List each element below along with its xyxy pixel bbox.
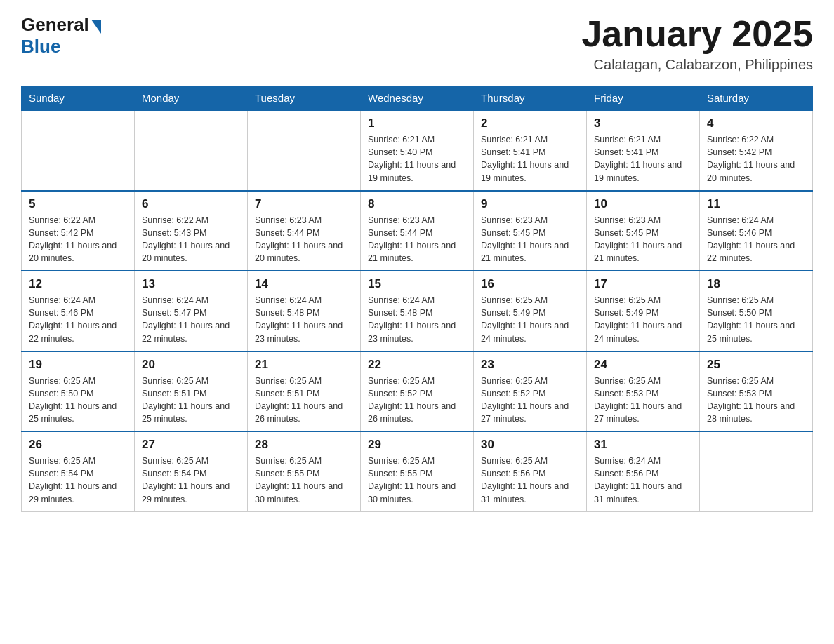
calendar-cell: [700, 431, 813, 511]
day-number: 20: [142, 358, 240, 372]
day-number: 13: [142, 277, 240, 291]
day-info: Sunrise: 6:25 AMSunset: 5:52 PMDaylight:…: [368, 375, 466, 426]
day-number: 15: [368, 277, 466, 291]
day-info: Sunrise: 6:25 AMSunset: 5:51 PMDaylight:…: [255, 375, 353, 426]
day-number: 8: [368, 197, 466, 211]
logo-arrow-icon: [91, 20, 101, 34]
calendar-cell: 31Sunrise: 6:24 AMSunset: 5:56 PMDayligh…: [587, 431, 700, 511]
day-info: Sunrise: 6:23 AMSunset: 5:45 PMDaylight:…: [481, 214, 579, 265]
day-number: 21: [255, 358, 353, 372]
day-info: Sunrise: 6:25 AMSunset: 5:55 PMDaylight:…: [368, 455, 466, 506]
logo-text: General: [21, 14, 101, 36]
column-header-tuesday: Tuesday: [248, 86, 361, 111]
calendar-cell: 15Sunrise: 6:24 AMSunset: 5:48 PMDayligh…: [361, 271, 474, 351]
calendar-cell: 22Sunrise: 6:25 AMSunset: 5:52 PMDayligh…: [361, 351, 474, 432]
day-info: Sunrise: 6:25 AMSunset: 5:50 PMDaylight:…: [29, 375, 127, 426]
calendar-cell: 12Sunrise: 6:24 AMSunset: 5:46 PMDayligh…: [22, 271, 135, 351]
location-title: Calatagan, Calabarzon, Philippines: [581, 57, 813, 73]
day-info: Sunrise: 6:25 AMSunset: 5:56 PMDaylight:…: [481, 455, 579, 506]
day-number: 7: [255, 197, 353, 211]
day-info: Sunrise: 6:25 AMSunset: 5:53 PMDaylight:…: [594, 375, 692, 426]
day-info: Sunrise: 6:24 AMSunset: 5:48 PMDaylight:…: [255, 294, 353, 345]
day-info: Sunrise: 6:25 AMSunset: 5:54 PMDaylight:…: [142, 455, 240, 506]
logo-blue-text: Blue: [21, 36, 60, 58]
calendar-cell: 24Sunrise: 6:25 AMSunset: 5:53 PMDayligh…: [587, 351, 700, 432]
calendar-cell: 20Sunrise: 6:25 AMSunset: 5:51 PMDayligh…: [135, 351, 248, 432]
calendar-cell: 1Sunrise: 6:21 AMSunset: 5:40 PMDaylight…: [361, 110, 474, 191]
day-number: 4: [707, 116, 805, 130]
column-header-thursday: Thursday: [474, 86, 587, 111]
column-header-wednesday: Wednesday: [361, 86, 474, 111]
day-number: 22: [368, 358, 466, 372]
calendar-header-row: SundayMondayTuesdayWednesdayThursdayFrid…: [22, 86, 813, 111]
page-header: General Blue January 2025 Calatagan, Cal…: [21, 14, 813, 73]
column-header-sunday: Sunday: [22, 86, 135, 111]
day-number: 27: [142, 438, 240, 452]
calendar-cell: 5Sunrise: 6:22 AMSunset: 5:42 PMDaylight…: [22, 191, 135, 271]
day-number: 10: [594, 197, 692, 211]
day-number: 5: [29, 197, 127, 211]
calendar-cell: 19Sunrise: 6:25 AMSunset: 5:50 PMDayligh…: [22, 351, 135, 432]
day-info: Sunrise: 6:23 AMSunset: 5:45 PMDaylight:…: [594, 214, 692, 265]
day-info: Sunrise: 6:25 AMSunset: 5:55 PMDaylight:…: [255, 455, 353, 506]
logo-general-text: General: [21, 14, 89, 36]
day-info: Sunrise: 6:22 AMSunset: 5:42 PMDaylight:…: [707, 133, 805, 185]
day-info: Sunrise: 6:21 AMSunset: 5:41 PMDaylight:…: [594, 133, 692, 185]
week-row-1: 1Sunrise: 6:21 AMSunset: 5:40 PMDaylight…: [22, 110, 813, 191]
day-info: Sunrise: 6:25 AMSunset: 5:54 PMDaylight:…: [29, 455, 127, 506]
day-number: 19: [29, 358, 127, 372]
calendar-cell: 9Sunrise: 6:23 AMSunset: 5:45 PMDaylight…: [474, 191, 587, 271]
day-number: 14: [255, 277, 353, 291]
day-info: Sunrise: 6:24 AMSunset: 5:48 PMDaylight:…: [368, 294, 466, 345]
day-info: Sunrise: 6:25 AMSunset: 5:49 PMDaylight:…: [481, 294, 579, 345]
column-header-friday: Friday: [587, 86, 700, 111]
day-number: 18: [707, 277, 805, 291]
month-title: January 2025: [581, 14, 813, 54]
day-info: Sunrise: 6:22 AMSunset: 5:43 PMDaylight:…: [142, 214, 240, 265]
day-info: Sunrise: 6:25 AMSunset: 5:51 PMDaylight:…: [142, 375, 240, 426]
calendar-table: SundayMondayTuesdayWednesdayThursdayFrid…: [21, 86, 813, 512]
day-number: 2: [481, 116, 579, 130]
calendar-cell: 26Sunrise: 6:25 AMSunset: 5:54 PMDayligh…: [22, 431, 135, 511]
calendar-cell: 30Sunrise: 6:25 AMSunset: 5:56 PMDayligh…: [474, 431, 587, 511]
calendar-cell: 27Sunrise: 6:25 AMSunset: 5:54 PMDayligh…: [135, 431, 248, 511]
day-number: 23: [481, 358, 579, 372]
day-number: 29: [368, 438, 466, 452]
day-info: Sunrise: 6:23 AMSunset: 5:44 PMDaylight:…: [368, 214, 466, 265]
day-number: 1: [368, 116, 466, 130]
calendar-cell: 13Sunrise: 6:24 AMSunset: 5:47 PMDayligh…: [135, 271, 248, 351]
day-info: Sunrise: 6:23 AMSunset: 5:44 PMDaylight:…: [255, 214, 353, 265]
calendar-cell: [135, 110, 248, 191]
day-number: 16: [481, 277, 579, 291]
calendar-cell: 2Sunrise: 6:21 AMSunset: 5:41 PMDaylight…: [474, 110, 587, 191]
column-header-monday: Monday: [135, 86, 248, 111]
calendar-cell: 11Sunrise: 6:24 AMSunset: 5:46 PMDayligh…: [700, 191, 813, 271]
calendar-cell: 14Sunrise: 6:24 AMSunset: 5:48 PMDayligh…: [248, 271, 361, 351]
calendar-cell: 18Sunrise: 6:25 AMSunset: 5:50 PMDayligh…: [700, 271, 813, 351]
calendar-cell: [248, 110, 361, 191]
day-info: Sunrise: 6:25 AMSunset: 5:53 PMDaylight:…: [707, 375, 805, 426]
day-number: 25: [707, 358, 805, 372]
column-header-saturday: Saturday: [700, 86, 813, 111]
calendar-cell: 28Sunrise: 6:25 AMSunset: 5:55 PMDayligh…: [248, 431, 361, 511]
day-number: 3: [594, 116, 692, 130]
week-row-5: 26Sunrise: 6:25 AMSunset: 5:54 PMDayligh…: [22, 431, 813, 511]
day-info: Sunrise: 6:25 AMSunset: 5:52 PMDaylight:…: [481, 375, 579, 426]
calendar-cell: 8Sunrise: 6:23 AMSunset: 5:44 PMDaylight…: [361, 191, 474, 271]
day-number: 24: [594, 358, 692, 372]
day-info: Sunrise: 6:25 AMSunset: 5:50 PMDaylight:…: [707, 294, 805, 345]
day-number: 11: [707, 197, 805, 211]
day-number: 6: [142, 197, 240, 211]
calendar-cell: 3Sunrise: 6:21 AMSunset: 5:41 PMDaylight…: [587, 110, 700, 191]
week-row-3: 12Sunrise: 6:24 AMSunset: 5:46 PMDayligh…: [22, 271, 813, 351]
calendar-cell: 25Sunrise: 6:25 AMSunset: 5:53 PMDayligh…: [700, 351, 813, 432]
day-number: 28: [255, 438, 353, 452]
day-info: Sunrise: 6:24 AMSunset: 5:46 PMDaylight:…: [707, 214, 805, 265]
day-info: Sunrise: 6:24 AMSunset: 5:56 PMDaylight:…: [594, 455, 692, 506]
day-info: Sunrise: 6:21 AMSunset: 5:40 PMDaylight:…: [368, 133, 466, 185]
day-info: Sunrise: 6:24 AMSunset: 5:47 PMDaylight:…: [142, 294, 240, 345]
day-info: Sunrise: 6:25 AMSunset: 5:49 PMDaylight:…: [594, 294, 692, 345]
calendar-cell: [22, 110, 135, 191]
calendar-cell: 4Sunrise: 6:22 AMSunset: 5:42 PMDaylight…: [700, 110, 813, 191]
title-block: January 2025 Calatagan, Calabarzon, Phil…: [581, 14, 813, 73]
